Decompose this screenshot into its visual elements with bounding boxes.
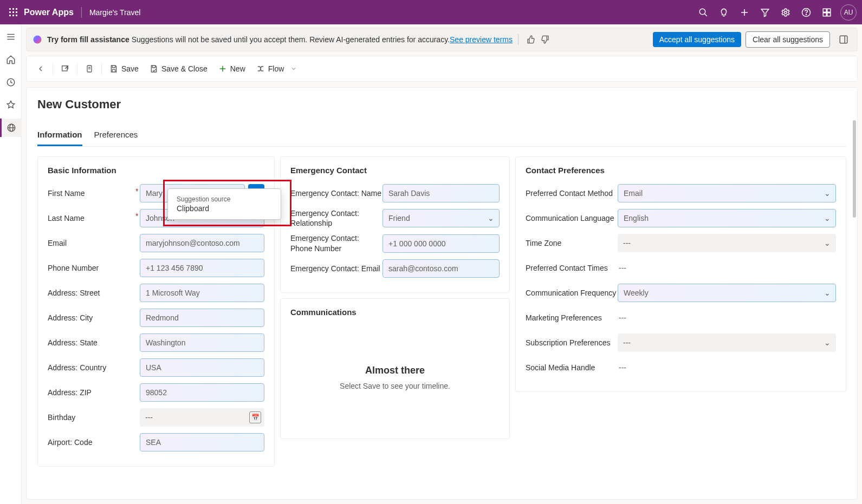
section-emergency: Emergency Contact Emergency Contact: Nam…	[280, 156, 510, 293]
back-button[interactable]	[31, 61, 50, 76]
ec-rel-select[interactable]	[383, 209, 500, 227]
copilot-panel-icon[interactable]	[835, 35, 852, 44]
svg-line-10	[704, 14, 707, 16]
freq-select[interactable]	[618, 284, 836, 302]
label-social: Social Media Handle	[526, 363, 618, 372]
tab-information[interactable]: Information	[37, 127, 82, 146]
svg-rect-17	[823, 9, 826, 12]
section-title-comms: Communications	[290, 307, 500, 317]
airport-input[interactable]	[140, 433, 264, 451]
ec-phone-input[interactable]	[383, 234, 500, 253]
scrollbar[interactable]	[853, 120, 856, 218]
svg-rect-29	[840, 36, 847, 43]
svg-rect-20	[827, 12, 831, 16]
assign-button[interactable]	[80, 61, 99, 76]
label-sub: Subscription Preferences	[526, 338, 618, 347]
label-first-name: First Name	[48, 189, 140, 198]
comms-subtext: Select Save to see your timeline.	[340, 382, 450, 390]
label-phone: Phone Number	[48, 264, 140, 272]
tooltip-title: Suggestion source	[177, 195, 272, 203]
street-input[interactable]	[140, 284, 264, 302]
label-marketing: Marketing Preferences	[526, 313, 618, 322]
section-title-basic: Basic Information	[48, 166, 264, 175]
form-fill-banner: Try form fill assistance Suggestions wil…	[26, 28, 858, 51]
preview-terms-link[interactable]: See preview terms	[450, 35, 513, 44]
svg-rect-6	[9, 15, 11, 16]
email-input[interactable]	[140, 234, 264, 252]
label-ec-phone: Emergency Contact: Phone Number	[290, 233, 383, 253]
phone-input[interactable]	[140, 259, 264, 277]
svg-rect-18	[827, 9, 831, 12]
svg-point-28	[34, 36, 42, 44]
thumbs-up-icon[interactable]	[524, 32, 538, 47]
svg-rect-5	[16, 11, 17, 13]
svg-point-16	[806, 14, 806, 15]
tooltip-value: Clipboard	[177, 204, 272, 213]
label-lang: Communication Language	[526, 214, 618, 222]
globe-icon[interactable]	[0, 119, 22, 137]
new-button[interactable]: New	[213, 61, 251, 76]
save-close-button[interactable]: Save & Close	[144, 61, 213, 76]
tz-select[interactable]	[618, 234, 836, 252]
required-marker: *	[135, 187, 138, 195]
svg-point-14	[785, 11, 787, 14]
suggestion-source-tooltip: Suggestion source Clipboard	[167, 188, 281, 220]
times-value[interactable]: ---	[618, 264, 626, 272]
brand-label[interactable]: Power Apps	[24, 8, 74, 17]
lightbulb-icon[interactable]	[714, 0, 734, 24]
svg-rect-3	[9, 11, 11, 13]
waffle-icon[interactable]	[5, 8, 22, 17]
menu-icon[interactable]	[0, 28, 22, 46]
ec-name-input[interactable]	[383, 184, 500, 202]
city-input[interactable]	[140, 309, 264, 327]
label-street: Address: Street	[48, 289, 140, 297]
plus-icon[interactable]	[734, 0, 755, 24]
filter-icon[interactable]	[755, 0, 775, 24]
divider	[81, 7, 82, 18]
required-marker: *	[135, 212, 138, 220]
lang-select[interactable]	[618, 209, 836, 227]
svg-point-9	[699, 9, 705, 15]
search-icon[interactable]	[693, 0, 714, 24]
state-input[interactable]	[140, 333, 264, 352]
marketing-value[interactable]: ---	[618, 313, 626, 322]
app-name[interactable]: Margie's Travel	[89, 8, 140, 17]
user-avatar[interactable]: AU	[840, 4, 857, 21]
tab-preferences[interactable]: Preferences	[94, 127, 138, 146]
thumbs-down-icon[interactable]	[538, 32, 552, 47]
label-email: Email	[48, 239, 140, 247]
country-input[interactable]	[140, 358, 264, 377]
sub-select[interactable]	[618, 333, 836, 352]
label-method: Preferred Contact Method	[526, 189, 618, 198]
social-value[interactable]: ---	[618, 363, 626, 372]
svg-marker-13	[761, 9, 769, 17]
gear-icon[interactable]	[775, 0, 796, 24]
svg-rect-2	[16, 8, 17, 10]
ec-email-input[interactable]	[383, 259, 500, 278]
label-ec-email: Emergency Contact: Email	[290, 264, 383, 273]
help-icon[interactable]	[796, 0, 816, 24]
open-new-window-button[interactable]	[55, 61, 75, 76]
svg-rect-19	[823, 12, 826, 16]
label-birthday: Birthday	[48, 413, 140, 422]
app-top-bar: Power Apps Margie's Travel AU	[0, 0, 862, 24]
label-tz: Time Zone	[526, 239, 618, 247]
accept-all-button[interactable]: Accept all suggestions	[653, 32, 741, 47]
recent-icon[interactable]	[0, 73, 22, 91]
app-launcher-icon[interactable]	[816, 0, 837, 24]
label-ec-name: Emergency Contact: Name	[290, 188, 383, 198]
zip-input[interactable]	[140, 383, 264, 402]
page-title: New Customer	[37, 97, 846, 112]
label-last-name: Last Name	[48, 214, 140, 222]
method-select[interactable]	[618, 184, 836, 202]
birthday-input[interactable]	[140, 408, 264, 427]
label-zip: Address: ZIP	[48, 388, 140, 397]
form-tabs: Information Preferences	[37, 127, 846, 147]
flow-button[interactable]: Flow	[251, 61, 303, 76]
calendar-icon[interactable]: 📅	[249, 411, 261, 423]
label-freq: Communication Frequency	[526, 289, 618, 297]
clear-all-button[interactable]: Clear all suggestions	[746, 31, 830, 48]
home-icon[interactable]	[0, 50, 22, 69]
pinned-icon[interactable]	[0, 96, 22, 114]
save-button[interactable]: Save	[104, 61, 144, 76]
